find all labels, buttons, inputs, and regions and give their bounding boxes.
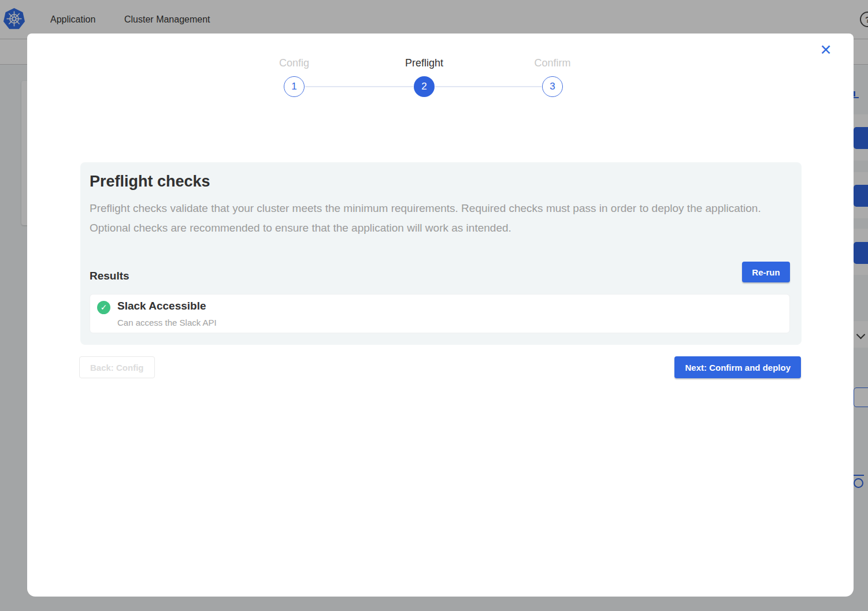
check-name: Slack Accessible bbox=[117, 300, 206, 312]
stepper-connector bbox=[305, 86, 413, 87]
step-label-confirm: Confirm bbox=[534, 57, 570, 69]
results-label: Results bbox=[90, 270, 129, 282]
rerun-button[interactable]: Re-run bbox=[742, 262, 790, 282]
check-detail: Can access the Slack API bbox=[117, 318, 217, 327]
preflight-result-row: ✓ Slack Accessible Can access the Slack … bbox=[90, 294, 790, 333]
next-confirm-deploy-button[interactable]: Next: Confirm and deploy bbox=[674, 356, 801, 378]
close-icon[interactable]: ✕ bbox=[817, 40, 835, 59]
check-pass-icon: ✓ bbox=[97, 301, 110, 314]
preflight-panel: Preflight checks Preflight checks valida… bbox=[80, 162, 802, 345]
step-circle-config[interactable]: 1 bbox=[284, 76, 305, 97]
step-circle-preflight[interactable]: 2 bbox=[414, 76, 435, 97]
step-circle-confirm[interactable]: 3 bbox=[542, 76, 563, 97]
stepper-connector bbox=[435, 86, 541, 87]
preflight-title: Preflight checks bbox=[90, 173, 210, 191]
step-label-config: Config bbox=[279, 57, 309, 69]
preflight-modal: ✕ Config Preflight Confirm 1 2 3 Preflig… bbox=[27, 33, 854, 597]
back-config-button[interactable]: Back: Config bbox=[79, 356, 155, 378]
preflight-description: Preflight checks validate that your clus… bbox=[90, 199, 771, 238]
step-label-preflight: Preflight bbox=[405, 57, 443, 69]
